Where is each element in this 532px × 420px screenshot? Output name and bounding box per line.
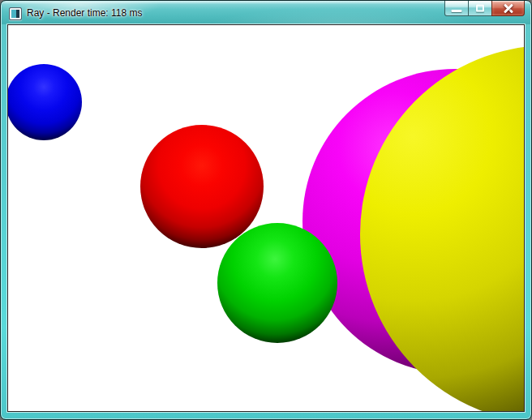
window: Ray - Render time: 118 ms (0, 0, 532, 420)
minimize-button[interactable] (444, 1, 469, 16)
maximize-icon (476, 5, 484, 12)
maximize-button[interactable] (468, 1, 492, 16)
green-sphere (217, 223, 337, 343)
window-title: Ray - Render time: 118 ms (27, 2, 143, 24)
render-canvas (7, 24, 525, 412)
caption-buttons (444, 1, 525, 16)
minimize-icon (452, 10, 462, 12)
close-button[interactable] (491, 1, 525, 16)
red-sphere (140, 125, 264, 248)
app-icon[interactable] (9, 7, 22, 20)
close-icon (492, 1, 524, 15)
blue-sphere (7, 64, 82, 140)
